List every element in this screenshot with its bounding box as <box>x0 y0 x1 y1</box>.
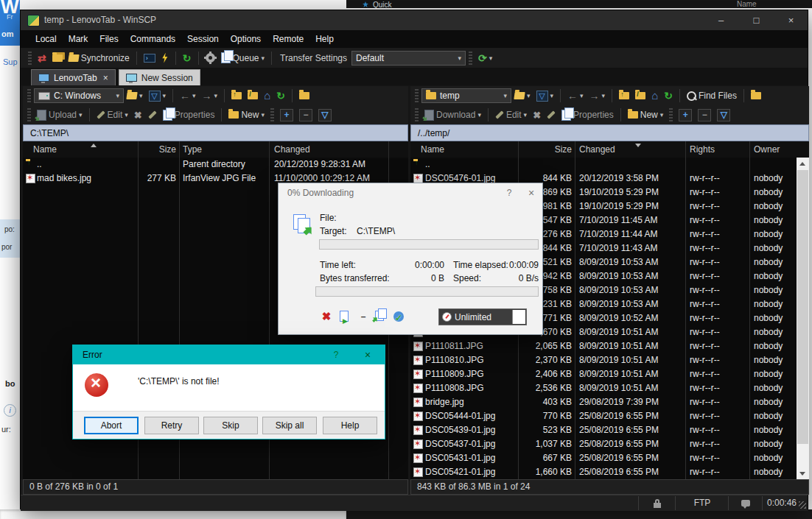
close-button[interactable]: × <box>520 183 542 202</box>
error-dialog-button[interactable]: Abort <box>84 417 139 434</box>
minimize-button[interactable]: – <box>704 10 738 30</box>
menu-item[interactable]: Session <box>181 30 225 48</box>
toolbar-grip[interactable] <box>27 89 31 102</box>
preferences-button[interactable] <box>203 51 218 65</box>
column-header-size[interactable]: Size <box>111 141 176 158</box>
root-directory-button[interactable]: / <box>245 90 261 102</box>
speed-limit-dropdown[interactable] <box>512 310 525 324</box>
close-button[interactable]: × <box>774 10 808 30</box>
select-button[interactable]: + <box>277 107 296 124</box>
properties-button[interactable]: Properties <box>160 107 218 123</box>
vertical-scrollbar[interactable] <box>797 158 809 479</box>
scrollbar-thumb[interactable] <box>797 170 808 444</box>
select-files-button[interactable]: ▽ <box>315 107 335 124</box>
filter-button[interactable]: ▽▾ <box>533 88 557 104</box>
move-to-queue-icon[interactable] <box>371 308 388 325</box>
speed-limit-combo[interactable]: Unlimited <box>438 308 527 325</box>
file-row[interactable]: P1110811.JPG 2,065 KB 8/09/2019 10:51 AM… <box>410 339 797 353</box>
error-dialog-button[interactable]: Skip <box>203 417 258 434</box>
column-header-owner[interactable]: Owner <box>754 141 795 158</box>
swap-panels-button[interactable]: ⇄ <box>35 50 49 66</box>
file-row[interactable]: DSC05439-01.jpg 523 KB 25/08/2019 6:55 P… <box>410 423 797 437</box>
synchronize-browsing-button[interactable] <box>49 52 66 64</box>
select-button[interactable]: + <box>676 107 695 124</box>
open-directory-button[interactable]: ▾ <box>124 90 146 102</box>
skip-file-icon[interactable] <box>336 308 352 325</box>
column-header-changed[interactable]: Changed <box>274 141 386 158</box>
column-divider[interactable] <box>388 141 389 158</box>
rename-button[interactable] <box>544 111 559 119</box>
forward-button[interactable]: →▾ <box>199 88 221 104</box>
unselect-button[interactable]: − <box>296 107 315 124</box>
new-button[interactable]: New ▾ <box>225 107 267 122</box>
menu-item[interactable]: Remote <box>267 30 309 48</box>
column-header-name[interactable]: Name <box>421 141 509 158</box>
transfer-options-button[interactable]: ⟳ ▾ <box>475 51 495 66</box>
column-divider[interactable] <box>575 141 575 158</box>
transfer-ok-icon[interactable] <box>391 308 407 325</box>
file-row[interactable]: bridge.jpg 403 KB 29/08/2019 7:39 PM rw-… <box>410 395 797 409</box>
column-header-rights[interactable]: Rights <box>690 141 746 158</box>
column-header-size[interactable]: Size <box>514 141 572 158</box>
refresh-session-button[interactable]: ↻ <box>180 51 195 66</box>
forward-button[interactable]: →▾ <box>587 88 609 104</box>
help-button[interactable]: ? <box>498 183 520 202</box>
local-drive-combo[interactable]: C: Windows ▾ <box>34 88 124 103</box>
column-divider[interactable] <box>518 141 519 158</box>
toolbar-grip[interactable] <box>28 52 32 65</box>
toolbar-grip[interactable] <box>27 108 31 121</box>
transfer-settings-combo[interactable]: Default ▾ <box>351 51 466 66</box>
error-dialog-button[interactable]: Help <box>323 417 377 434</box>
toolbar-grip[interactable] <box>469 52 472 65</box>
file-row[interactable]: DSC05431-01.jpg 667 KB 25/08/2019 6:55 P… <box>410 451 797 465</box>
scroll-down-icon[interactable] <box>797 467 809 479</box>
menu-item[interactable]: Mark <box>63 30 94 48</box>
file-row[interactable]: DSC05437-01.jpg 1,037 KB 25/08/2019 6:55… <box>410 437 797 451</box>
error-dialog-button[interactable]: Retry <box>144 417 199 434</box>
column-header-type[interactable]: Type <box>183 141 267 158</box>
column-header-changed[interactable]: Changed <box>579 141 682 158</box>
toolbar-grip[interactable] <box>669 108 673 121</box>
select-files-button[interactable]: ▽ <box>714 107 733 124</box>
menu-item[interactable]: Commands <box>125 30 181 48</box>
file-row[interactable]: .. Parent directory 20/12/2019 9:28:31 A… <box>23 158 408 172</box>
delete-button[interactable]: ✖ <box>530 107 544 123</box>
file-row[interactable]: P1110809.JPG 2,406 KB 8/09/2019 10:51 AM… <box>410 367 797 381</box>
security-cell[interactable] <box>638 496 676 510</box>
root-directory-button[interactable]: / <box>632 90 648 102</box>
open-directory-button[interactable]: ▾ <box>511 90 533 102</box>
parent-directory-button[interactable]: ↑ <box>616 90 632 102</box>
column-divider[interactable] <box>749 141 750 158</box>
download-button[interactable]: Download ▾ <box>421 107 484 123</box>
close-button[interactable]: × <box>357 345 379 364</box>
remote-directory-combo[interactable]: temp ▾ <box>421 88 511 103</box>
properties-button[interactable]: Properties <box>559 107 617 123</box>
menu-item[interactable]: Help <box>309 30 340 48</box>
file-row[interactable]: .. <box>410 158 797 172</box>
column-divider[interactable] <box>685 141 686 158</box>
delete-button[interactable]: ✖ <box>131 107 145 123</box>
file-row[interactable]: DSC05444-01.jpg 770 KB 25/08/2019 6:55 P… <box>410 409 797 423</box>
minimize-dialog-icon[interactable]: – <box>355 308 371 325</box>
home-directory-button[interactable]: ⌂ <box>261 88 273 103</box>
tab-close-icon[interactable]: × <box>103 73 108 83</box>
file-row[interactable]: P1110810.JPG 2,370 KB 8/09/2019 10:51 AM… <box>410 353 797 367</box>
home-directory-button[interactable]: ⌂ <box>648 88 661 103</box>
edit-button[interactable]: Edit ▾ <box>492 107 530 122</box>
error-dialog-button[interactable]: Skip all <box>262 417 317 434</box>
filter-button[interactable]: ▽▾ <box>146 88 169 104</box>
open-putty-button[interactable] <box>158 51 172 66</box>
resize-grip[interactable] <box>799 501 806 509</box>
find-files-button[interactable]: Find Files <box>684 88 740 103</box>
refresh-directory-button[interactable]: ↻ <box>273 88 288 103</box>
open-in-explorer-button[interactable] <box>296 90 312 102</box>
menu-item[interactable]: Options <box>225 30 267 48</box>
upload-button[interactable]: Upload ▾ <box>34 107 85 123</box>
file-row[interactable]: P1110808.JPG 2,536 KB 8/09/2019 10:51 AM… <box>410 381 797 395</box>
maximize-button[interactable]: □ <box>740 10 773 30</box>
remote-path-bar[interactable]: /../temp/ <box>410 124 809 141</box>
session-notes-cell[interactable] <box>728 496 763 510</box>
column-divider[interactable] <box>269 141 270 158</box>
menu-item[interactable]: Files <box>94 30 124 48</box>
open-terminal-button[interactable]: › <box>141 52 158 65</box>
